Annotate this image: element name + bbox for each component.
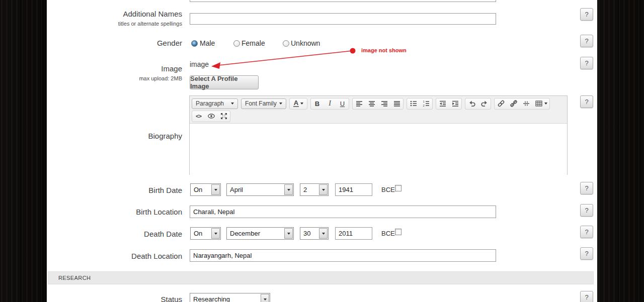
text-color-button[interactable]: A xyxy=(290,98,307,109)
previous-field-partial-input[interactable] xyxy=(190,0,496,2)
editor-toolbar: Paragraph Font Family A B xyxy=(190,96,567,124)
additional-names-input[interactable] xyxy=(190,13,496,25)
help-button-biography[interactable]: ? xyxy=(580,95,593,108)
help-button-death-location[interactable]: ? xyxy=(580,247,593,260)
chevron-down-icon xyxy=(544,103,547,105)
death-date-qualifier-select[interactable]: On xyxy=(190,227,221,240)
chevron-down-icon xyxy=(319,184,328,195)
chevron-down-icon xyxy=(279,103,282,105)
additional-names-label: Additional Names xyxy=(50,10,182,18)
align-center-button[interactable] xyxy=(365,98,378,109)
horizontal-rule-button[interactable] xyxy=(520,98,532,109)
undo-button[interactable] xyxy=(465,98,478,109)
preview-button[interactable] xyxy=(205,111,217,122)
help-button-status[interactable]: ? xyxy=(580,291,593,302)
broken-image-alt-text: image xyxy=(190,60,209,68)
svg-text:1: 1 xyxy=(423,100,425,103)
death-month-select[interactable]: December xyxy=(226,227,294,240)
help-button-additional-names[interactable]: ? xyxy=(580,8,593,21)
image-label: Image xyxy=(50,64,182,73)
chevron-down-icon xyxy=(261,294,269,302)
birth-year-input[interactable] xyxy=(335,183,372,196)
align-right-icon xyxy=(380,99,388,108)
help-button-gender[interactable]: ? xyxy=(580,35,593,47)
birth-month-select[interactable]: April xyxy=(226,183,294,196)
person-edit-form-page: Additional Names titles or alternate spe… xyxy=(0,0,644,302)
birth-location-label: Birth Location xyxy=(50,208,182,216)
align-justify-button[interactable] xyxy=(390,98,403,109)
numbered-list-button[interactable]: 12 xyxy=(420,98,432,109)
insert-table-button[interactable] xyxy=(532,98,549,109)
death-year-input[interactable] xyxy=(335,227,372,240)
birth-date-qualifier-select[interactable]: On xyxy=(190,183,221,196)
chevron-down-icon xyxy=(284,184,293,195)
research-section-header: RESEARCH xyxy=(48,271,594,284)
source-code-button[interactable]: <> xyxy=(192,111,205,122)
select-profile-image-button[interactable]: Select A Profile Image xyxy=(190,75,259,89)
biography-label: Biography xyxy=(50,132,182,140)
align-left-icon xyxy=(355,99,363,108)
birth-location-input[interactable] xyxy=(190,206,496,218)
insert-link-button[interactable] xyxy=(495,98,507,109)
svg-text:2: 2 xyxy=(423,104,425,107)
outdent-icon xyxy=(439,99,447,108)
font-family-dropdown[interactable]: Font Family xyxy=(241,98,286,109)
italic-button[interactable]: I xyxy=(324,98,336,109)
fullscreen-button[interactable] xyxy=(217,111,230,122)
death-day-select[interactable]: 30 xyxy=(300,227,329,240)
right-wood-background xyxy=(597,0,644,302)
align-justify-icon xyxy=(393,99,401,108)
death-date-label: Death Date xyxy=(50,230,182,238)
image-sublabel: max upload: 2MB xyxy=(50,75,182,81)
numbered-list-icon: 12 xyxy=(422,99,430,108)
bold-icon: B xyxy=(315,100,319,108)
italic-icon: I xyxy=(329,99,331,108)
death-location-label: Death Location xyxy=(50,252,182,260)
status-select[interactable]: Researching xyxy=(190,293,270,302)
chevron-down-icon xyxy=(211,184,220,195)
research-section-title: RESEARCH xyxy=(48,275,91,281)
annotation-text: image not shown xyxy=(361,47,407,53)
indent-icon xyxy=(451,99,459,108)
bullet-list-button[interactable] xyxy=(407,98,420,109)
chevron-down-icon xyxy=(284,228,293,239)
biography-edit-area[interactable] xyxy=(190,124,567,176)
link-icon xyxy=(497,99,505,108)
death-bce-checkbox[interactable] xyxy=(395,229,401,235)
horizontal-rule-icon xyxy=(522,99,530,108)
chevron-down-icon xyxy=(319,228,328,239)
biography-rich-text-editor: Paragraph Font Family A B xyxy=(189,95,568,175)
paragraph-format-dropdown[interactable]: Paragraph xyxy=(192,98,238,109)
underline-button[interactable]: U xyxy=(336,98,349,109)
annotation-arrow xyxy=(186,40,423,75)
status-label: Status xyxy=(50,295,182,302)
redo-button[interactable] xyxy=(478,98,491,109)
death-location-input[interactable] xyxy=(190,249,496,262)
chevron-down-icon xyxy=(211,228,220,239)
align-right-button[interactable] xyxy=(378,98,390,109)
help-button-birth-date[interactable]: ? xyxy=(580,182,593,194)
help-button-birth-location[interactable]: ? xyxy=(580,204,593,217)
birth-bce-checkbox[interactable] xyxy=(395,185,401,191)
additional-names-sublabel: titles or alternate spellings xyxy=(50,21,182,27)
bullet-list-icon xyxy=(410,99,418,108)
underline-icon: U xyxy=(340,100,345,108)
align-center-icon xyxy=(368,99,376,108)
table-icon xyxy=(535,99,543,108)
chevron-down-icon xyxy=(300,103,303,105)
eye-icon xyxy=(207,112,215,120)
font-color-icon: A xyxy=(293,100,299,107)
indent-button[interactable] xyxy=(449,98,461,109)
death-bce-label: BCE xyxy=(381,230,395,237)
fullscreen-icon xyxy=(220,112,228,120)
align-left-button[interactable] xyxy=(353,98,365,109)
help-button-image[interactable]: ? xyxy=(580,57,593,69)
outdent-button[interactable] xyxy=(436,98,449,109)
bold-button[interactable]: B xyxy=(311,98,324,109)
redo-icon xyxy=(480,99,489,108)
birth-day-select[interactable]: 2 xyxy=(300,183,329,196)
help-button-death-date[interactable]: ? xyxy=(580,226,593,238)
unlink-icon xyxy=(510,99,518,108)
gender-label: Gender xyxy=(50,39,182,47)
remove-link-button[interactable] xyxy=(507,98,520,109)
